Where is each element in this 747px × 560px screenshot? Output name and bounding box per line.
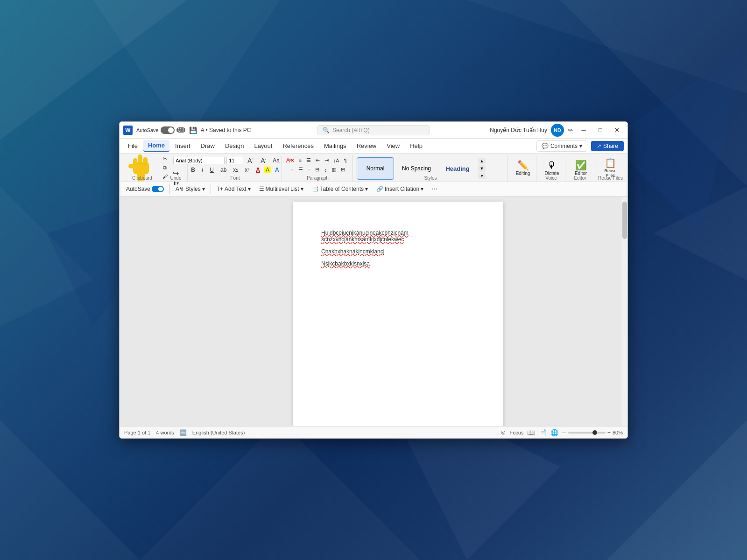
- menu-item-file[interactable]: File: [123, 140, 142, 151]
- menu-item-mailings[interactable]: Mailings: [319, 140, 351, 151]
- zoom-thumb: [592, 430, 597, 435]
- align-right-button[interactable]: ≡: [306, 166, 312, 174]
- microphone-icon: 🎙: [547, 161, 557, 170]
- voice-group-label: Voice: [537, 175, 565, 181]
- toolbar-insert-citation[interactable]: 🔗 Insert Citation ▾: [374, 185, 426, 193]
- web-layout-icon[interactable]: 🌐: [550, 429, 558, 436]
- undo-history-button[interactable]: ⬆▾: [169, 180, 183, 187]
- editing-icon: ✏️: [517, 161, 529, 170]
- word-count: 4 words: [156, 430, 174, 435]
- font-size-input[interactable]: [226, 157, 243, 164]
- toolbar-autosave[interactable]: AutoSave: [123, 185, 167, 193]
- underline-button[interactable]: U: [207, 166, 216, 174]
- focus-icon: ◎: [501, 429, 506, 435]
- borders-button[interactable]: ⊞: [339, 166, 347, 174]
- center-button[interactable]: ☰: [296, 166, 305, 174]
- show-hide-button[interactable]: ¶: [342, 157, 349, 164]
- menu-item-layout[interactable]: Layout: [249, 140, 277, 151]
- menu-item-help[interactable]: Help: [405, 140, 427, 151]
- user-avatar[interactable]: ND: [551, 124, 564, 137]
- zoom-in-icon[interactable]: +: [607, 429, 611, 436]
- strikethrough-button[interactable]: ab: [218, 166, 229, 174]
- menu-item-review[interactable]: Review: [352, 140, 381, 151]
- bold-button[interactable]: B: [189, 166, 197, 174]
- citation-icon: 🔗: [376, 186, 383, 192]
- autosave-toggle[interactable]: AutoSave Off: [136, 126, 185, 134]
- bullets-button[interactable]: ≔: [287, 156, 296, 164]
- toolbar-toc[interactable]: 📑 Table of Contents ▾: [309, 185, 371, 193]
- spelling-check-icon: 🔤: [180, 429, 187, 436]
- comments-button[interactable]: 💬 Comments ▾: [536, 140, 587, 152]
- shading-button[interactable]: ▥: [330, 166, 338, 174]
- shrink-font-button[interactable]: A-: [258, 156, 268, 165]
- editing-button[interactable]: ✏️ Editing: [511, 156, 535, 180]
- zoom-out-icon[interactable]: ─: [562, 429, 566, 436]
- menu-item-draw[interactable]: Draw: [196, 140, 219, 151]
- case-button[interactable]: Aa: [270, 157, 282, 164]
- menu-item-design[interactable]: Design: [220, 140, 248, 151]
- save-button[interactable]: 💾: [189, 126, 197, 134]
- menu-item-references[interactable]: References: [278, 140, 318, 151]
- text-line-1: Huidbceiucnjkánucineakcbhzjcnám scnzxvhc…: [321, 230, 475, 243]
- autosave-switch[interactable]: [161, 126, 175, 134]
- menu-item-home[interactable]: Home: [143, 140, 169, 152]
- autosave-state: Off: [176, 127, 185, 133]
- read-mode-icon[interactable]: 📖: [527, 429, 535, 436]
- restore-button[interactable]: □: [594, 124, 607, 137]
- multilevel-button[interactable]: ☰: [304, 156, 313, 164]
- text-effect-button[interactable]: A: [273, 166, 282, 174]
- document-area: Huidbceiucnjkánucineakcbhzjcnám scnzxvhc…: [120, 197, 627, 426]
- styles-dropdown-icon: ▾: [202, 186, 205, 192]
- toolbar-citation-label: Insert Citation: [385, 186, 419, 192]
- toolbar-row2: AutoSave A↯ Styles ▾ T+ Add Text ▾ ☰ Mul…: [121, 182, 626, 196]
- numbering-button[interactable]: ≡: [296, 157, 303, 164]
- decrease-indent-button[interactable]: ⇤: [314, 156, 322, 164]
- sort-button[interactable]: ↕A: [331, 157, 341, 164]
- increase-indent-button[interactable]: ⇥: [323, 156, 331, 164]
- comments-chevron: ▾: [579, 143, 582, 149]
- menu-item-insert[interactable]: Insert: [170, 140, 195, 151]
- scrollbar-thumb[interactable]: [622, 202, 627, 239]
- editor-section: ✅ Editor Editor: [566, 155, 594, 182]
- styles-group: Normal No Spacing Heading ▲ ▼ ▾ Styles: [354, 155, 507, 182]
- menu-right-buttons: 💬 Comments ▾ ↗ Share: [536, 140, 624, 152]
- vertical-scrollbar[interactable]: [621, 197, 627, 426]
- print-layout-icon[interactable]: 📄: [539, 429, 547, 436]
- focus-label[interactable]: Focus: [509, 430, 523, 435]
- highlight-button[interactable]: A: [264, 167, 271, 173]
- title-bar-right: Nguyễn Đức Tuấn Huy ND ✏ ─ □ ✕: [457, 124, 624, 137]
- toolbar-more[interactable]: ⋯: [429, 185, 440, 193]
- document-page[interactable]: Huidbceiucnjkánucineakcbhzjcnám scnzxvhc…: [293, 202, 503, 426]
- superscript-button[interactable]: x²: [242, 166, 252, 174]
- text-line-3: Nsjkcbakbxkjsnxjsa: [321, 260, 475, 267]
- page-container[interactable]: Huidbceiucnjkánucineakcbhzjcnám scnzxvhc…: [176, 197, 621, 426]
- title-bar-left: W AutoSave Off 💾 A • Saved to this PC: [123, 126, 290, 135]
- zoom-slider[interactable]: [568, 432, 606, 434]
- italic-button[interactable]: I: [199, 166, 205, 174]
- font-color-button[interactable]: A: [254, 166, 262, 174]
- subscript-button[interactable]: x₂: [231, 166, 240, 174]
- language[interactable]: English (United States): [192, 430, 245, 435]
- font-name-input[interactable]: [173, 157, 225, 164]
- share-button[interactable]: ↗ Share: [591, 141, 624, 151]
- autosave-label: AutoSave: [136, 127, 159, 133]
- svg-marker-0: [0, 0, 187, 140]
- search-bar[interactable]: 🔍 Search (Alt+Q): [317, 125, 430, 135]
- style-heading3-label: Heading: [445, 165, 469, 172]
- align-left-button[interactable]: ≡: [289, 166, 295, 174]
- grow-font-button[interactable]: A+: [245, 156, 256, 165]
- justify-button[interactable]: ⊟: [313, 166, 321, 174]
- styles-scroll-down[interactable]: ▼: [478, 165, 486, 172]
- close-button[interactable]: ✕: [611, 124, 624, 137]
- pen-icon: ✏: [568, 126, 573, 134]
- more-icon: ⋯: [432, 186, 437, 192]
- toolbar-add-text[interactable]: T+ Add Text ▾: [214, 185, 254, 193]
- line-spacing-button[interactable]: ↕: [322, 166, 329, 174]
- menu-item-view[interactable]: View: [382, 140, 404, 151]
- styles-scroll-up[interactable]: ▲: [478, 158, 486, 164]
- minimize-button[interactable]: ─: [577, 124, 590, 137]
- voice-section: 🎙 Dictate Voice: [537, 155, 565, 182]
- toolbar-multilevel[interactable]: ☰ Multilevel List ▾: [256, 185, 306, 193]
- toolbar-autosave-toggle[interactable]: [152, 186, 164, 192]
- font-label: Font: [189, 175, 282, 181]
